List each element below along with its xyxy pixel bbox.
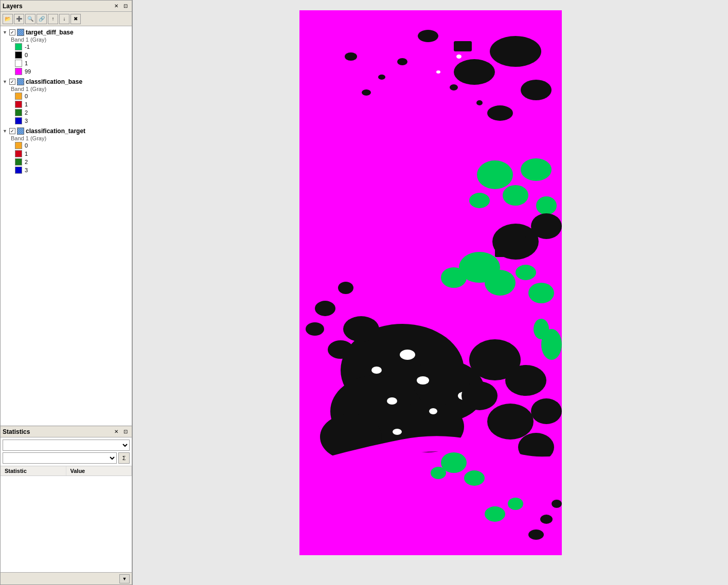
legend-label-ct-2: 2 — [25, 159, 28, 165]
svg-point-55 — [315, 301, 335, 316]
svg-point-7 — [477, 160, 513, 189]
layer-sub-target-diff-base: Band 1 (Gray) — [1, 36, 132, 43]
legend-item-cb-1: 1 — [1, 100, 132, 108]
svg-point-42 — [328, 340, 353, 359]
layers-detach-icon[interactable]: ⊡ — [121, 2, 130, 10]
svg-point-10 — [521, 158, 552, 181]
color-swatch-cb-3 — [15, 117, 22, 124]
svg-rect-14 — [495, 236, 526, 257]
stats-compute-btn[interactable]: Σ — [118, 452, 130, 464]
svg-point-47 — [378, 75, 385, 80]
svg-point-46 — [397, 58, 407, 65]
stats-header: Statistics ✕ ⊡ — [1, 426, 132, 437]
map-area[interactable] — [133, 0, 728, 585]
legend-label-ct-1: 1 — [25, 151, 28, 157]
svg-point-25 — [400, 350, 415, 360]
stats-controls: Σ — [1, 437, 132, 466]
color-swatch-cb-0 — [15, 93, 22, 100]
svg-point-16 — [485, 270, 516, 296]
svg-point-50 — [456, 54, 461, 59]
stats-header-icons: ✕ ⊡ — [112, 428, 130, 436]
svg-point-6 — [418, 30, 438, 42]
legend-item-ct-2: 2 — [1, 158, 132, 166]
legend-label-tdb-99: 99 — [25, 68, 31, 75]
checkbox-target-diff-base[interactable]: ✓ — [9, 29, 15, 35]
legend-item-target-diff-base-1: 0 — [1, 51, 132, 59]
color-swatch-tdb-99 — [15, 68, 22, 75]
svg-point-31 — [393, 429, 402, 435]
stats-title: Statistics — [3, 428, 30, 435]
layer-group-classification-target: ▼ ✓ classification_target Band 1 (Gray) … — [1, 127, 132, 174]
stats-bottom-btn[interactable]: ▼ — [119, 574, 130, 583]
legend-label-ct-3: 3 — [25, 167, 28, 173]
legend-label-cb-1: 1 — [25, 101, 28, 107]
svg-rect-5 — [454, 41, 472, 51]
svg-point-13 — [531, 213, 562, 239]
layers-move-down-btn[interactable]: ↓ — [59, 14, 69, 24]
svg-point-62 — [508, 498, 523, 510]
expand-arrow-classification-base[interactable]: ▼ — [3, 79, 8, 84]
svg-point-56 — [338, 282, 353, 294]
legend-label-cb-0: 0 — [25, 93, 28, 99]
svg-point-49 — [362, 89, 371, 96]
svg-point-4 — [487, 105, 513, 121]
layers-header: Layers ✕ ⊡ — [1, 1, 132, 12]
svg-point-36 — [461, 381, 498, 410]
legend-label-tdb-0: 0 — [25, 52, 28, 58]
checkbox-classification-base[interactable]: ✓ — [9, 79, 15, 85]
expand-arrow-target-diff-base[interactable]: ▼ — [3, 30, 8, 35]
layers-filter-btn[interactable]: 🔍 — [25, 14, 35, 24]
legend-label-cb-2: 2 — [25, 109, 28, 116]
layer-group-target-diff-base: ▼ ✓ target_diff_base Band 1 (Gray) -1 0 — [1, 28, 132, 76]
color-swatch-cb-2 — [15, 109, 22, 116]
stats-close-icon[interactable]: ✕ — [112, 428, 120, 436]
layers-remove-btn[interactable]: ✖ — [70, 14, 81, 24]
layers-toolbar: 📂 ➕ 🔍 🔗 ↑ ↓ ✖ — [1, 12, 132, 26]
stats-detach-icon[interactable]: ⊡ — [121, 428, 130, 436]
legend-label-tdb-neg1: -1 — [25, 44, 30, 50]
legend-label-cb-3: 3 — [25, 118, 28, 124]
svg-point-48 — [345, 52, 357, 61]
svg-point-53 — [464, 470, 485, 486]
legend-item-ct-3: 3 — [1, 166, 132, 174]
layers-move-up-btn[interactable]: ↑ — [48, 14, 58, 24]
svg-point-54 — [431, 467, 446, 479]
svg-point-2 — [490, 36, 541, 67]
layers-open-btn[interactable]: 📂 — [3, 14, 13, 24]
stats-bottom-bar: ▼ — [1, 572, 132, 584]
layers-title: Layers — [3, 3, 23, 10]
svg-point-43 — [371, 332, 392, 347]
layers-link-btn[interactable]: 🔗 — [37, 14, 47, 24]
color-swatch-tdb-neg1 — [15, 43, 22, 50]
layers-close-icon[interactable]: ✕ — [112, 2, 120, 10]
layer-group-classification-base: ▼ ✓ classification_base Band 1 (Gray) 0 … — [1, 78, 132, 125]
map-image — [299, 10, 562, 555]
layer-row-classification-target[interactable]: ▼ ✓ classification_target — [1, 127, 132, 135]
expand-arrow-classification-target[interactable]: ▼ — [3, 129, 8, 134]
svg-point-61 — [485, 506, 505, 522]
svg-point-11 — [536, 196, 557, 215]
layer-name-classification-base: classification_base — [26, 78, 82, 85]
svg-point-51 — [436, 70, 440, 74]
svg-point-59 — [540, 515, 553, 524]
layer-row-classification-base[interactable]: ▼ ✓ classification_base — [1, 78, 132, 86]
svg-point-60 — [528, 529, 544, 540]
color-swatch-ct-1 — [15, 150, 22, 157]
svg-point-40 — [534, 319, 549, 339]
layers-add-btn[interactable]: ➕ — [14, 14, 24, 24]
layer-row-target-diff-base[interactable]: ▼ ✓ target_diff_base — [1, 28, 132, 36]
svg-point-18 — [516, 265, 536, 280]
color-swatch-ct-0 — [15, 142, 22, 149]
legend-item-ct-0: 0 — [1, 141, 132, 150]
layer-name-classification-target: classification_target — [26, 127, 85, 135]
svg-point-37 — [487, 404, 534, 440]
checkbox-classification-target[interactable]: ✓ — [9, 128, 15, 134]
color-swatch-tdb-1 — [15, 60, 22, 67]
layers-content: ▼ ✓ target_diff_base Band 1 (Gray) -1 0 — [1, 26, 132, 426]
stats-layer-select[interactable] — [3, 440, 130, 451]
legend-item-target-diff-base-0: -1 — [1, 43, 132, 51]
legend-item-ct-1: 1 — [1, 150, 132, 158]
band-select-row: Σ — [3, 452, 130, 464]
svg-point-27 — [387, 397, 397, 405]
stats-band-select[interactable] — [3, 452, 117, 464]
